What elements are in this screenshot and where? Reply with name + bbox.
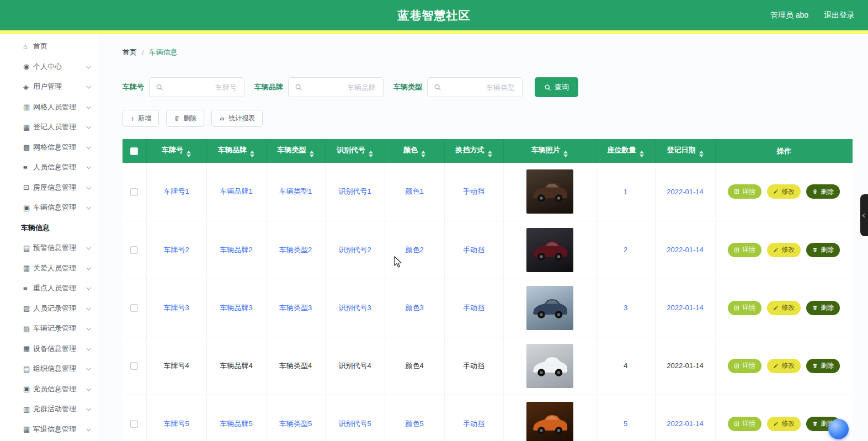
column-header[interactable]: 登记日期	[655, 139, 715, 163]
clipboard-icon: ▧	[23, 304, 30, 312]
sidebar-item-device-info-mgmt[interactable]: ▦ 设备信息管理	[0, 339, 99, 359]
delete-row-button[interactable]: 删除	[806, 184, 840, 199]
sidebar-item-registrant-mgmt[interactable]: ▦ 登记人员管理	[0, 117, 99, 137]
cell-code: 识别代号2	[325, 221, 385, 279]
sidebar: ⌂ 首页 ◉ 个人中心 ◈ 用户管理 ▥ 网格人员管理 ▦ 登记人员管理 ▩ 网…	[0, 34, 99, 441]
cell-gear: 手动挡	[444, 337, 503, 395]
sort-icon[interactable]	[310, 151, 314, 157]
filter-label-plate: 车牌号	[123, 82, 144, 92]
cell-gear: 手动挡	[444, 221, 503, 279]
sidebar-item-house-info-mgmt[interactable]: ⊡ 房屋信息管理	[0, 178, 99, 198]
sort-icon[interactable]	[187, 151, 191, 157]
column-header[interactable]: 换挡方式	[444, 139, 503, 163]
sidebar-item-user-mgmt[interactable]: ◈ 用户管理	[0, 77, 99, 97]
row-checkbox[interactable]	[130, 420, 138, 428]
sidebar-item-key-person-mgmt[interactable]: ≡ 重点人员管理	[0, 278, 99, 299]
sort-icon[interactable]	[563, 151, 568, 157]
column-header[interactable]: 识别代号	[325, 139, 385, 163]
edit-button[interactable]: 修改	[767, 417, 801, 431]
sidebar-item-person-record-mgmt[interactable]: ▧ 人员记录管理	[0, 299, 99, 319]
sidebar-item-vehicle-info[interactable]: 车辆信息	[0, 218, 99, 238]
column-header[interactable]: 车牌号	[146, 139, 206, 163]
report-button[interactable]: 统计报表	[211, 110, 263, 127]
sort-icon[interactable]	[421, 151, 425, 157]
sidebar-item-party-activity-mgmt[interactable]: ▥ 党群活动管理	[0, 399, 99, 419]
add-button[interactable]: + 新增	[123, 110, 159, 127]
row-checkbox[interactable]	[130, 304, 138, 312]
detail-button[interactable]: 详情	[728, 243, 762, 257]
delete-row-button[interactable]: 删除	[806, 359, 840, 373]
detail-button[interactable]: 详情	[728, 359, 762, 373]
delete-button[interactable]: 删除	[166, 110, 204, 127]
select-all-checkbox[interactable]	[130, 147, 138, 155]
sidebar-item-care-person-mgmt[interactable]: ▦ 关爱人员管理	[0, 258, 99, 279]
sidebar-item-person-info-mgmt[interactable]: ≡ 人员信息管理	[0, 157, 99, 178]
sort-icon[interactable]	[488, 151, 492, 157]
briefcase-icon: ▦	[23, 425, 30, 433]
edit-button[interactable]: 修改	[767, 359, 801, 373]
side-panel-handle[interactable]	[860, 194, 868, 236]
sort-icon[interactable]	[250, 151, 254, 157]
cell-brand: 车辆品牌3	[206, 279, 266, 337]
column-header[interactable]: 车辆照片	[503, 139, 596, 163]
breadcrumb: 首页 / 车辆信息	[123, 47, 868, 57]
column-header[interactable]: 座位数量	[596, 139, 655, 163]
detail-button[interactable]: 详情	[728, 301, 762, 315]
vehicle-table: 车牌号车辆品牌车辆类型识别代号颜色换挡方式车辆照片座位数量登记日期操作 车牌号1…	[123, 139, 853, 441]
vehicle-photo	[526, 344, 573, 388]
edit-button[interactable]: 修改	[767, 243, 801, 257]
search-button[interactable]: 查询	[535, 77, 578, 97]
row-checkbox[interactable]	[130, 188, 138, 196]
cell-brand: 车辆品牌5	[206, 395, 266, 441]
row-checkbox[interactable]	[130, 362, 138, 370]
sidebar-item-grid-info-mgmt[interactable]: ▩ 网格信息管理	[0, 137, 99, 158]
row-checkbox[interactable]	[130, 246, 138, 254]
sidebar-item-label: 房屋信息管理	[33, 183, 76, 193]
cell-type: 车辆类型3	[266, 279, 325, 337]
detail-button[interactable]: 详情	[728, 417, 762, 431]
column-header[interactable]: 颜色	[385, 139, 444, 163]
grid-icon: ▥	[23, 405, 30, 413]
sidebar-item-profile[interactable]: ◉ 个人中心	[0, 57, 99, 77]
column-header[interactable]: 车辆品牌	[206, 139, 266, 163]
plate-search-input[interactable]	[167, 83, 238, 92]
detail-button[interactable]: 详情	[728, 184, 762, 199]
pencil-icon	[773, 305, 779, 311]
users-icon: ◈	[23, 83, 29, 91]
edit-button[interactable]: 修改	[767, 184, 801, 199]
cell-code: 识别代号5	[325, 395, 385, 441]
sidebar-item-party-member-mgmt[interactable]: ▣ 党员信息管理	[0, 379, 99, 400]
app-page: 蓝巷智慧社区 管理员 abo 退出登录 ⌂ 首页 ◉ 个人中心 ◈ 用户管理 ▥…	[0, 0, 868, 441]
sort-icon[interactable]	[699, 151, 704, 157]
delete-row-button[interactable]: 删除	[806, 243, 840, 257]
pencil-icon	[773, 363, 779, 369]
sidebar-item-home[interactable]: ⌂ 首页	[0, 36, 99, 57]
sidebar-item-vehicle-record-mgmt[interactable]: ▨ 车辆记录管理	[0, 318, 99, 339]
cell-seats: 5	[596, 395, 655, 441]
type-search-input[interactable]	[445, 83, 516, 92]
chevron-down-icon	[86, 64, 90, 68]
sidebar-item-grid-staff-mgmt[interactable]: ▥ 网格人员管理	[0, 97, 99, 118]
admin-label[interactable]: 管理员 abo	[770, 10, 808, 20]
sort-icon[interactable]	[640, 151, 644, 157]
breadcrumb-home[interactable]: 首页	[123, 47, 137, 57]
sidebar-item-org-info-mgmt[interactable]: ▤ 组织信息管理	[0, 359, 99, 379]
edit-button[interactable]: 修改	[767, 301, 801, 315]
vehicle-photo	[526, 402, 573, 441]
cell-seats: 4	[596, 337, 655, 395]
sidebar-item-warning-info-mgmt[interactable]: ▤ 预警信息管理	[0, 238, 99, 258]
sidebar-item-label: 人员信息管理	[33, 162, 76, 172]
sort-icon[interactable]	[369, 151, 373, 157]
column-header[interactable]: 车辆类型	[266, 139, 325, 163]
sidebar-item-vehicle-info-mgmt[interactable]: ▣ 车辆信息管理	[0, 198, 99, 218]
logout-link[interactable]: 退出登录	[824, 10, 855, 20]
search-icon	[295, 83, 302, 91]
table-body: 车牌号1 车辆品牌1 车辆类型1 识别代号1 颜色1 手动挡 1 2022-01…	[123, 163, 853, 441]
delete-row-button[interactable]: 删除	[806, 301, 840, 315]
sidebar-item-veteran-info-mgmt[interactable]: ▦ 军退信息管理	[0, 419, 99, 440]
trash-icon	[812, 189, 818, 194]
floating-assistant-button[interactable]	[828, 419, 849, 439]
grid-icon: ▣	[23, 204, 30, 212]
sidebar-item-label: 车辆信息管理	[33, 203, 76, 212]
brand-search-input[interactable]	[306, 83, 377, 92]
